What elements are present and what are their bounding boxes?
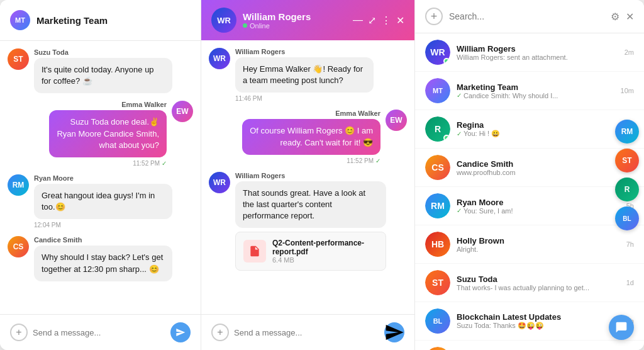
right-header: + ⚙ ✕ [415, 0, 644, 33]
contact-name: William Rogers [457, 44, 618, 54]
message-sender: Candice Smith [34, 236, 172, 244]
avatar: WR [209, 172, 230, 193]
contact-info: Ryan Moore ✓ You: Sure, I am! [457, 198, 620, 215]
avatar: WR [211, 8, 236, 33]
contact-avatar: R [425, 116, 450, 142]
contact-info: Candice Smith www.proofhub.com [457, 159, 620, 176]
contact-item[interactable]: NL Nicolas Lopez lol 😊😎 1w [415, 341, 644, 350]
message-sender: Suzu Toda [34, 48, 172, 56]
side-floating-avatars: RM ST R BL [615, 120, 639, 230]
search-input[interactable] [449, 11, 604, 21]
file-icon [243, 240, 266, 262]
contact-info: Marketing Team ✓ Candice Smith: Why shou… [457, 82, 614, 99]
contact-preview: www.proofhub.com [457, 169, 620, 176]
pdf-icon [248, 245, 261, 257]
contact-info: Holly Brown Alright. [457, 236, 620, 253]
close-icon[interactable]: ✕ [626, 11, 634, 23]
more-options-icon[interactable]: ⋮ [381, 14, 391, 26]
left-send-button[interactable] [170, 322, 191, 342]
left-header-avatars: MT [10, 10, 30, 30]
left-add-button[interactable]: + [10, 324, 28, 341]
contact-name-holly: Holly Brown [457, 236, 620, 246]
contact-time: 7h [626, 240, 634, 248]
message-bubble: Why should I stay back? Let's get togeth… [34, 246, 172, 281]
message-time: 12:04 PM [34, 222, 172, 229]
message-row: RM Ryan Moore Great hangout idea guys! I… [8, 174, 193, 229]
mid-send-button[interactable] [384, 322, 404, 342]
message-row: EW Emma Walker Suzu Toda done deal.✌️Rya… [8, 101, 193, 167]
message-row: EW Emma Walker Of course William Rogers … [209, 110, 407, 164]
contact-name: Ryan Moore [457, 198, 620, 207]
contact-info: Blockchain Latest Updates Suzu Toda: Tha… [457, 312, 620, 330]
contact-avatar: NL [425, 347, 450, 350]
floating-avatar[interactable]: ST [615, 149, 639, 172]
contact-preview: ✓ You: Hi ! 😀 [457, 130, 614, 138]
contact-time: 1d [626, 279, 634, 286]
file-name: Q2-Content-performance-report.pdf [272, 239, 378, 256]
message-row: CS Candice Smith Why should I stay back?… [8, 236, 193, 281]
message-bubble: Of course William Rogers 😊 I am ready. C… [242, 119, 380, 154]
avatar: WR [209, 48, 230, 69]
contact-item[interactable]: MT Marketing Team ✓ Candice Smith: Why s… [415, 72, 644, 110]
mid-header-actions: — ⤢ ⋮ ✕ [353, 14, 404, 26]
left-panel-title: Marketing Team [36, 15, 108, 26]
left-message-input[interactable] [33, 328, 165, 337]
contact-preview: That works- I was actually planning to g… [457, 284, 620, 291]
message-sender: Emma Walker [49, 101, 167, 108]
chat-fab[interactable] [609, 315, 634, 340]
mid-header: WR William Rogers Online — ⤢ ⋮ ✕ [201, 0, 414, 40]
right-add-button[interactable]: + [425, 8, 443, 25]
mid-message-input[interactable] [234, 328, 379, 337]
send-icon [175, 327, 186, 337]
app-container: MT Marketing Team ST Suzu Toda It's quit… [0, 0, 644, 350]
message-row: WR William Rogers Hey Emma Walker 👋! Rea… [209, 48, 407, 102]
avatar: EW [386, 110, 407, 131]
file-info: Q2-Content-performance-report.pdf 6.4 MB [272, 239, 378, 264]
contact-name: Suzu Toda [457, 274, 620, 284]
online-indicator [443, 58, 450, 64]
floating-avatar[interactable]: RM [615, 120, 639, 144]
message-bubble: That sounds great. Have a look at the la… [235, 181, 386, 229]
message-content: Ryan Moore Great hangout idea guys! I'm … [34, 174, 172, 229]
message-bubble: Hey Emma Walker 👋! Ready for a team meet… [235, 57, 374, 93]
contact-time: 10m [621, 87, 634, 94]
contact-preview: ✓ Candice Smith: Why should I... [457, 92, 614, 99]
minimize-icon[interactable]: — [353, 14, 363, 26]
close-icon[interactable]: ✕ [396, 14, 404, 26]
floating-avatar[interactable]: BL [615, 206, 639, 230]
send-icon [384, 322, 404, 342]
contact-preview: ✓ You: Sure, I am! [457, 207, 620, 215]
gear-icon[interactable]: ⚙ [611, 11, 619, 23]
mid-panel: WR William Rogers Online — ⤢ ⋮ ✕ WR Will… [201, 0, 415, 350]
contact-item[interactable]: HB Holly Brown Alright. 7h [415, 225, 644, 264]
avatar: EW [172, 101, 193, 122]
contact-item[interactable]: RM Ryan Moore ✓ You: Sure, I am! 5h [415, 187, 644, 225]
contact-item[interactable]: CS Candice Smith www.proofhub.com 1h [415, 149, 644, 187]
message-bubble: Suzu Toda done deal.✌️Ryan Moore Candice… [49, 110, 167, 157]
contact-item[interactable]: ST Suzu Toda That works- I was actually … [415, 264, 644, 302]
mid-panel-name: William Rogers [243, 11, 347, 22]
message-row: WR William Rogers That sounds great. Hav… [209, 172, 407, 271]
contact-avatar: HB [425, 232, 450, 257]
contact-list: WR William Rogers William Rogers: sent a… [415, 33, 644, 350]
contact-item[interactable]: WR William Rogers William Rogers: sent a… [415, 33, 644, 72]
message-content: Suzu Toda It's quite cold today. Anyone … [34, 48, 172, 93]
message-content: William Rogers That sounds great. Have a… [235, 172, 386, 271]
left-header: MT Marketing Team [0, 0, 201, 41]
avatar: ST [8, 48, 29, 70]
mid-messages: WR William Rogers Hey Emma Walker 👋! Rea… [201, 40, 414, 314]
message-time: 11:52 PM ✓ [49, 160, 167, 167]
file-attachment[interactable]: Q2-Content-performance-report.pdf 6.4 MB [235, 232, 386, 271]
contact-avatar: RM [425, 193, 450, 218]
contact-preview: William Rogers: sent an attachment. [457, 54, 618, 61]
left-input-area: + [0, 314, 201, 350]
mid-panel-status: Online [243, 22, 347, 30]
floating-avatar[interactable]: R [615, 178, 639, 201]
avatar: RM [8, 174, 29, 196]
contact-preview: Alright. [457, 246, 620, 253]
contact-item[interactable]: R Regina ✓ You: Hi ! 😀 13m [415, 110, 644, 149]
contact-avatar: CS [425, 155, 450, 180]
mid-add-button[interactable]: + [211, 324, 229, 341]
message-row: ST Suzu Toda It's quite cold today. Anyo… [8, 48, 193, 93]
expand-icon[interactable]: ⤢ [368, 14, 376, 26]
